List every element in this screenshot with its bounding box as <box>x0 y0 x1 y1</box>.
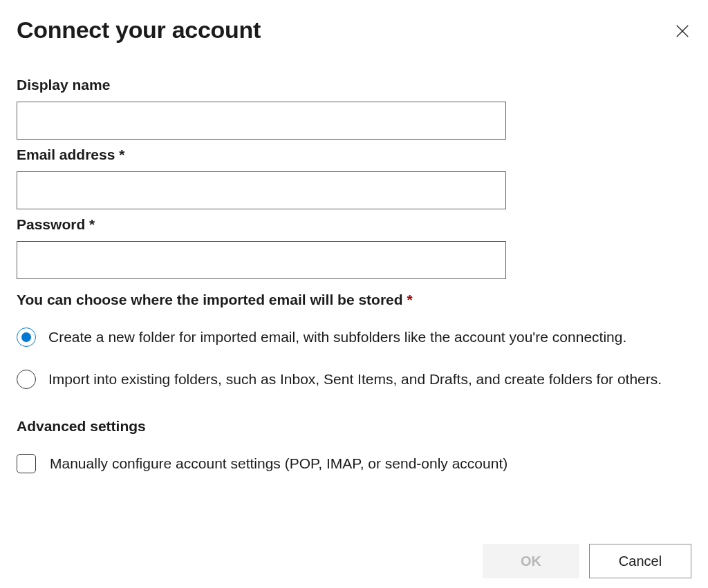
storage-heading: You can choose where the imported email … <box>17 292 691 308</box>
display-name-label: Display name <box>17 77 691 93</box>
required-asterisk: * <box>407 292 412 307</box>
close-button[interactable] <box>672 21 693 44</box>
radio-label-existing-folders: Import into existing folders, such as In… <box>48 368 662 391</box>
radio-label-new-folder: Create a new folder for imported email, … <box>48 326 626 349</box>
display-name-input[interactable] <box>17 102 506 140</box>
password-label: Password * <box>17 216 691 233</box>
radio-option-existing-folders[interactable]: Import into existing folders, such as In… <box>17 368 691 391</box>
email-label: Email address * <box>17 146 691 163</box>
close-icon <box>675 23 690 39</box>
manual-config-option[interactable]: Manually configure account settings (POP… <box>17 454 691 473</box>
storage-radio-group: Create a new folder for imported email, … <box>17 326 691 390</box>
radio-control-new-folder[interactable] <box>17 328 36 347</box>
advanced-heading: Advanced settings <box>17 418 691 435</box>
ok-button[interactable]: OK <box>483 544 579 578</box>
cancel-button[interactable]: Cancel <box>589 544 691 578</box>
email-input[interactable] <box>17 171 506 209</box>
radio-control-existing-folders[interactable] <box>17 370 36 389</box>
radio-option-new-folder[interactable]: Create a new folder for imported email, … <box>17 326 691 349</box>
manual-config-label: Manually configure account settings (POP… <box>50 455 507 472</box>
storage-heading-text: You can choose where the imported email … <box>17 292 407 307</box>
password-input[interactable] <box>17 241 506 279</box>
dialog-title: Connect your account <box>17 17 261 44</box>
dialog-button-row: OK Cancel <box>483 544 691 578</box>
manual-config-checkbox[interactable] <box>17 454 36 473</box>
